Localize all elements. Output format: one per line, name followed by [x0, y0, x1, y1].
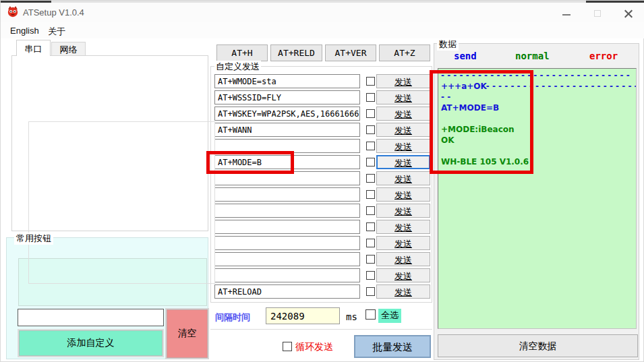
close-icon: [624, 9, 633, 18]
data-panel-label: 数据: [437, 38, 459, 51]
send-button[interactable]: 发送: [376, 107, 430, 121]
menu-item-about[interactable]: 关于: [45, 24, 68, 39]
send-checkbox[interactable]: [366, 206, 375, 215]
send-button[interactable]: 发送: [376, 155, 430, 169]
clear-data-button[interactable]: 清空数据: [438, 334, 638, 357]
custom-send-row: 发送: [214, 74, 432, 88]
custom-send-row: 发送: [214, 252, 432, 266]
command-input[interactable]: [214, 284, 360, 299]
send-checkbox[interactable]: [366, 142, 375, 150]
command-input[interactable]: [214, 74, 360, 88]
send-button[interactable]: 发送: [376, 220, 430, 234]
send-button[interactable]: 发送: [376, 187, 430, 202]
command-input[interactable]: [214, 90, 360, 104]
divider: [210, 329, 432, 330]
command-input[interactable]: [214, 107, 360, 121]
clear-button[interactable]: 清空: [167, 309, 208, 358]
send-checkbox[interactable]: [366, 287, 375, 296]
send-button[interactable]: 发送: [376, 204, 430, 218]
annotation-red-box-command: [206, 151, 294, 174]
window-title: ATSetup V1.0.4: [23, 7, 84, 18]
command-input[interactable]: [214, 268, 360, 282]
send-button[interactable]: 发送: [376, 252, 430, 266]
legend-error: error: [589, 51, 618, 61]
custom-send-row: 发送: [214, 236, 432, 250]
command-input[interactable]: [214, 123, 360, 137]
custom-send-row: 发送: [214, 187, 432, 202]
serial-settings-group: [28, 121, 215, 284]
serial-tab-page: [11, 55, 208, 231]
send-button[interactable]: 发送: [376, 236, 430, 250]
custom-send-row: 发送: [214, 107, 432, 121]
command-input[interactable]: [214, 220, 360, 234]
send-checkbox[interactable]: [366, 158, 375, 167]
app-icon: [7, 5, 19, 18]
at-h-button[interactable]: AT+H: [216, 44, 268, 61]
command-input[interactable]: [214, 204, 360, 218]
menu-item-english[interactable]: English: [7, 24, 42, 37]
add-custom-button[interactable]: 添加自定义: [19, 330, 163, 356]
title-bar: ATSetup V1.0.4: [1, 3, 644, 22]
send-checkbox[interactable]: [366, 174, 375, 183]
custom-send-row: 发送: [214, 204, 432, 218]
send-checkbox[interactable]: [366, 77, 375, 86]
command-input[interactable]: [214, 252, 360, 266]
select-all-label[interactable]: 全选: [378, 309, 401, 323]
ms-unit-label: ms: [346, 311, 357, 322]
tab-network[interactable]: 网络: [51, 42, 86, 56]
select-all-checkbox[interactable]: [365, 309, 376, 320]
send-button[interactable]: 发送: [376, 268, 430, 282]
maximize-icon: [594, 10, 601, 17]
send-checkbox[interactable]: [366, 239, 375, 247]
send-checkbox[interactable]: [366, 255, 375, 264]
maximize-button[interactable]: [582, 5, 612, 22]
send-button[interactable]: 发送: [376, 284, 430, 299]
at-reld-button[interactable]: AT+RELD: [270, 44, 322, 61]
legend-send: send: [454, 51, 477, 61]
annotation-red-box-response: [430, 70, 533, 174]
send-button[interactable]: 发送: [376, 139, 430, 153]
minimize-button[interactable]: [551, 5, 581, 22]
custom-send-row: 发送: [214, 268, 432, 282]
batch-send-button[interactable]: 批量发送: [354, 335, 431, 358]
send-checkbox[interactable]: [366, 222, 375, 231]
command-input[interactable]: [214, 236, 360, 250]
menu-bar: English 关于: [1, 22, 644, 38]
interval-label: 间隔时间: [215, 311, 250, 324]
common-buttons-label: 常用按钮: [14, 233, 53, 245]
custom-send-row: 发送: [214, 284, 432, 299]
send-checkbox[interactable]: [366, 125, 375, 134]
send-checkbox[interactable]: [366, 190, 375, 199]
interval-input[interactable]: [266, 307, 340, 324]
at-z-button[interactable]: AT+Z: [379, 44, 430, 61]
loop-send-checkbox[interactable]: [283, 342, 292, 351]
send-button[interactable]: 发送: [376, 123, 430, 137]
loop-send-label[interactable]: 循环发送: [295, 341, 333, 353]
at-ver-button[interactable]: AT+VER: [325, 44, 376, 61]
tab-serial[interactable]: 串口: [16, 40, 51, 56]
legend-normal: normal: [515, 51, 550, 61]
command-input[interactable]: [214, 187, 360, 202]
send-button[interactable]: 发送: [376, 90, 430, 104]
custom-send-row: 发送: [214, 123, 432, 137]
send-checkbox[interactable]: [366, 271, 375, 280]
send-button[interactable]: 发送: [376, 171, 430, 185]
minimize-icon: [562, 14, 570, 16]
close-button[interactable]: [613, 5, 643, 22]
send-checkbox[interactable]: [366, 93, 375, 102]
custom-send-label: 自定义发送: [214, 61, 261, 73]
send-checkbox[interactable]: [366, 109, 375, 118]
send-button[interactable]: 发送: [376, 74, 430, 88]
custom-send-row: 发送: [214, 220, 432, 234]
atsetup-window: ATSetup V1.0.4 English 关于 串口 网络 串口号 COM5…: [0, 0, 644, 362]
new-command-input[interactable]: [18, 309, 164, 326]
custom-send-row: 发送: [214, 90, 432, 104]
